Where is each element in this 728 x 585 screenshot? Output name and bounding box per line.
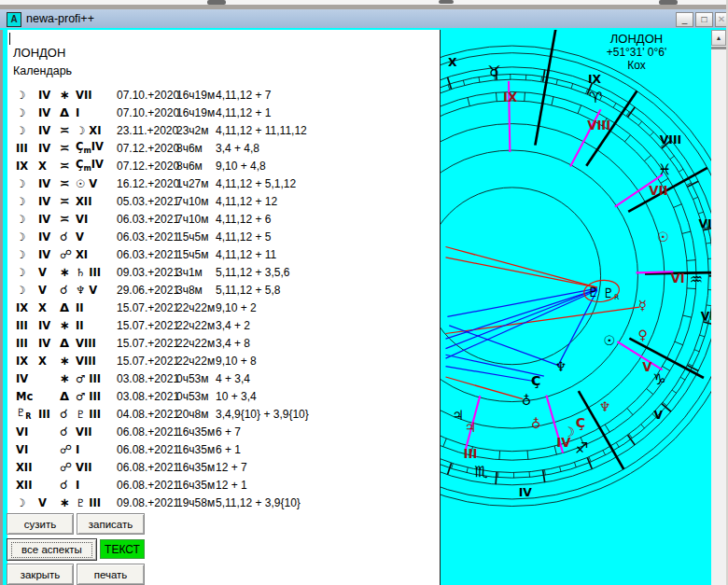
time-cell: 0ч53м (176, 372, 216, 385)
aspect-row[interactable]: ☽IV≍XII05.03.+20217ч10м4,11,12 + 12 (7, 192, 440, 210)
aspect-row[interactable]: IXX≍ÇmIV07.12.+20208ч6м9,10 + 4,8 (7, 157, 440, 174)
houses-cell: 12 + 7 (216, 461, 440, 474)
time-cell: 16ч35м (176, 461, 216, 474)
time-cell: 23ч2м (176, 124, 216, 137)
planet1-cell: III (16, 142, 38, 155)
house1-cell: IV (38, 213, 60, 226)
scrollbar-thumb[interactable] (711, 47, 726, 49)
aspect-row[interactable]: IIIIV∗II15.07.+202122ч22м3,4 + 2 (7, 316, 440, 334)
close-button[interactable]: закрыть (7, 564, 74, 585)
time-cell: 3ч8м (176, 284, 216, 297)
aspect-row[interactable]: IV∗♂ III03.08.+20210ч53м4 + 3,4 (7, 369, 440, 387)
chart-coords-label: +51°31' 0°6' (581, 46, 693, 59)
houses-cell: 4 + 3,4 (216, 372, 440, 385)
save-button-label: записать (89, 519, 133, 530)
aspect-row[interactable]: IIIIVΔVIII15.07.+202122ч22м3,4 + 8 (7, 334, 440, 352)
title-bar[interactable]: A newa-profi++ _ □ ✕ (0, 9, 728, 29)
planet2-cell: ♇ III (76, 496, 117, 509)
planet2-cell: I (76, 443, 117, 456)
svg-text:Ç: Ç (531, 373, 540, 388)
aspect-row[interactable]: ♇RIII☌♇ III04.08.+202120ч8м3,4,9{10} + 3… (7, 405, 440, 423)
aspect-row[interactable]: McΔ♂ III03.08.+20210ч53м10 + 3,4 (7, 387, 440, 405)
houses-cell: 3,4 + 2 (216, 319, 440, 332)
aspect-row[interactable]: ☽IV☍XI06.03.+202115ч5м4,11,12 + 11 (7, 245, 440, 263)
planet1-cell: VI (16, 425, 38, 439)
chart-city-label: ЛОНДОН (581, 32, 693, 46)
planet1-cell: XII (16, 479, 38, 492)
aspect-row[interactable]: VI☌VII06.08.+202116ч35м6 + 7 (7, 423, 440, 440)
date-cell: 06.03.+2021 (117, 213, 176, 226)
planet2-cell: VIII (76, 337, 117, 350)
minimize-button[interactable]: _ (676, 12, 693, 27)
aspect-row[interactable]: XII☌I06.08.+202116ч35м12 + 1 (7, 476, 440, 494)
chart-location-labels: ЛОНДОН +51°31' 0°6' Кох (581, 32, 693, 72)
aspect-row[interactable]: ☽V∗♇ III09.08.+202119ч58м5,11,12 + 3,9{1… (7, 494, 440, 511)
aspect-row[interactable]: ☽V☌♆ V29.06.+20213ч8м5,11,12 + 5,8 (7, 281, 440, 299)
date-cell: 15.07.+2021 (117, 301, 176, 314)
house1-cell: IV (38, 142, 60, 155)
background-window-fragment (439, 0, 454, 4)
planet2-cell: VII (76, 461, 117, 474)
window-title: newa-profi++ (26, 12, 94, 25)
time-cell: 19ч58м (176, 496, 216, 509)
date-cell: 23.11.+2020 (117, 124, 176, 137)
svg-text:☽: ☽ (563, 425, 575, 439)
aspect-row[interactable]: ☽IV≍☽ XI23.11.+202023ч2м4,11,12 + 11,11,… (7, 121, 440, 139)
houses-cell: 4,11,12 + 6 (216, 213, 440, 226)
svg-text:♐: ♐ (575, 439, 588, 457)
svg-text:V: V (654, 409, 664, 422)
date-cell: 07.10.+2020 (117, 106, 176, 119)
aspect-row[interactable]: IXX∗VIII15.07.+202122ч22м9,10 + 8 (7, 352, 440, 369)
aspect-row[interactable]: ☽IV☌V06.03.+202115ч5м4,11,12 + 5 (7, 228, 440, 245)
time-cell: 15ч5м (176, 248, 216, 261)
text-button[interactable]: ТЕКСТ (100, 539, 145, 559)
aspect-row[interactable]: ☽V∗♄ III09.03.+20213ч1м5,11,12 + 3,5,6 (7, 263, 440, 281)
aspect-icon: ☌ (60, 407, 76, 421)
date-cell: 09.03.+2021 (117, 266, 176, 279)
date-cell: 07.12.+2020 (117, 142, 176, 155)
planet2-cell: ♄ III (76, 266, 117, 279)
aspect-row[interactable]: VI☍I06.08.+202116ч35м6 + 1 (7, 440, 440, 458)
house1-cell: V (38, 266, 60, 279)
planet1-cell: Mc (16, 390, 38, 403)
time-cell: 3ч1м (176, 266, 216, 279)
save-button[interactable]: записать (77, 513, 145, 535)
aspect-row[interactable]: IXXΔII15.07.+202122ч22м9,10 + 2 (7, 299, 440, 316)
aspect-row[interactable]: XII☍VII06.08.+202116ч35м12 + 7 (7, 458, 440, 476)
planet1-cell: ☽ (16, 106, 38, 119)
planet2-cell: VIII (76, 355, 117, 368)
time-cell: 1ч27м (176, 177, 216, 190)
aspect-row[interactable]: ☽IV∗VII07.10.+202016ч19м4,11,12 + 7 (7, 86, 440, 104)
background-window-fragment (659, 0, 678, 5)
time-cell: 0ч53м (176, 390, 216, 403)
planet2-cell: I (76, 106, 117, 119)
houses-cell: 4,11,12 + 12 (216, 195, 440, 208)
svg-text:Ç: Ç (576, 415, 585, 430)
aspect-row[interactable]: ☽IV≍VI06.03.+20217ч10м4,11,12 + 6 (7, 210, 440, 228)
date-cell: 06.03.+2021 (117, 230, 176, 244)
aspect-icon: Δ (60, 336, 76, 350)
print-button-label: печать (94, 569, 128, 580)
aspect-row[interactable]: IIIIV≍ÇmIV07.12.+20208ч6м3,4 + 4,8 (7, 139, 440, 157)
time-cell: 16ч35м (176, 479, 216, 492)
date-cell: 16.12.+2020 (117, 177, 176, 190)
scroll-up-icon[interactable]: ▲ (711, 30, 726, 46)
houses-cell: 3,4 + 8 (216, 337, 440, 350)
date-cell: 05.03.+2021 (117, 195, 176, 208)
narrow-button[interactable]: сузить (7, 513, 74, 535)
aspect-row[interactable]: ☽IVΔI07.10.+202016ч19м4,11,12 + 1 (7, 104, 440, 121)
planet1-cell: ☽ (16, 496, 38, 509)
aspect-row[interactable]: ☽IV≍☉ V16.12.+20201ч27м4,11,12 + 5,1,12 (7, 174, 440, 192)
svg-text:♓: ♓ (658, 160, 671, 178)
house1-cell: IV (38, 124, 60, 137)
vertical-scrollbar[interactable]: ▲ (711, 30, 726, 585)
houses-cell: 6 + 7 (216, 425, 440, 439)
all-aspects-button[interactable]: все аспекты (7, 538, 97, 561)
maximize-button[interactable]: □ (695, 12, 713, 27)
houses-cell: 4,11,12 + 1 (216, 106, 440, 119)
print-button[interactable]: печать (77, 564, 145, 585)
planet1-cell: ☽ (16, 284, 38, 297)
text-button-label: ТЕКСТ (105, 543, 140, 556)
aspect-icon: ☌ (60, 478, 76, 492)
houses-cell: 9,10 + 8 (216, 355, 440, 368)
